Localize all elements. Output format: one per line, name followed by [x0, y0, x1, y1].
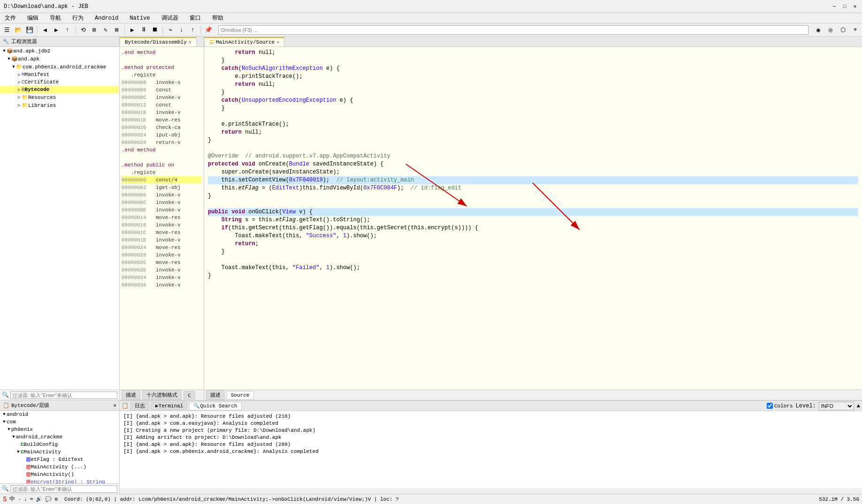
class-tree[interactable]: ▼ android ▼ com ▼ ph0en1x ▼ android_cra [0, 411, 119, 483]
sougou-btn-2[interactable]: ↓ [24, 496, 27, 502]
tb-fwd[interactable]: ▶ [51, 25, 61, 35]
tree-item-apk[interactable]: ▼ 📦 and.apk [0, 55, 119, 63]
console-line: [I] {and.apk > com.ph0en1x.android_crack… [123, 448, 858, 455]
menu-navigate[interactable]: 导航 [47, 13, 64, 23]
tb-btn-3[interactable]: 💾 [24, 25, 35, 35]
omnibox-input[interactable] [218, 25, 809, 35]
nav-btn-2[interactable]: ◎ [825, 25, 836, 35]
expand-arrow[interactable]: ▷ [17, 80, 22, 85]
tb-btn-1[interactable]: ☰ [2, 25, 12, 35]
scroll-up-icon[interactable]: ▲ [857, 403, 860, 409]
sougou-btn-4[interactable]: 🔊 [36, 496, 42, 502]
tb-pause[interactable]: ⏸ [138, 25, 149, 35]
class-item-mainactivity-ctor[interactable]: ▷ M MainActivity (...) [0, 463, 119, 471]
tb-stop[interactable]: ⏹ [150, 25, 160, 35]
tb-btn-5[interactable]: ⊞ [89, 25, 99, 35]
tb-btn-7[interactable]: ⊠ [112, 25, 122, 35]
expand-arrow[interactable]: ▼ [7, 57, 11, 61]
class-item-mainactivity-void[interactable]: ▷ M MainActivity() [0, 471, 119, 478]
tb-btn-4[interactable]: ⟲ [78, 25, 88, 35]
console-quicksearch-tab[interactable]: 🔍 Quick Search [189, 402, 241, 410]
menu-file[interactable]: 文件 [2, 13, 19, 23]
tree-item-cert[interactable]: ▷ C Certificate [0, 78, 119, 86]
sougou-btn-5[interactable]: 💬 [45, 496, 52, 502]
tb-step-in[interactable]: ↓ [176, 25, 187, 35]
expand-arrow[interactable]: ▷ [17, 103, 22, 108]
tb-step-out[interactable]: ↑ [188, 25, 198, 35]
class-item-ph0en1x[interactable]: ▼ ph0en1x [0, 426, 119, 433]
menu-help[interactable]: 帮助 [209, 13, 226, 23]
source-desc-tab[interactable]: 描述 [206, 390, 225, 400]
close-button[interactable]: ✕ [852, 3, 858, 10]
expand-arrow[interactable]: ▷ [17, 95, 22, 100]
tb-btn-6[interactable]: ✎ [100, 25, 111, 35]
bytecode-desc-tab[interactable]: 描述 [122, 390, 140, 400]
nav-btn-1[interactable]: ◉ [813, 25, 824, 35]
source-area: ☰ MainActivity/Source ✕ return null; } c… [204, 37, 862, 400]
class-item-label: etFlag : EditText [31, 457, 83, 462]
class-item-label: MainActivity [24, 449, 61, 455]
class-filter-input[interactable] [10, 485, 117, 493]
console-terminal-tab[interactable]: ▶ Terminal [151, 402, 187, 410]
tree-item-resources[interactable]: ▷ 📁 Resources [0, 93, 119, 101]
class-item-etflag[interactable]: ▷ F etFlag : EditText [0, 456, 119, 463]
menu-edit[interactable]: 编辑 [24, 13, 41, 23]
tree-label: and.apk.jdb2 [13, 48, 50, 54]
sougou-btn-1[interactable]: · [18, 496, 21, 502]
tree-icon: 📦 [11, 56, 18, 62]
tree-item-libraries[interactable]: ▷ 📁 Libraries [0, 101, 119, 109]
class-item-buildconfig[interactable]: ▷ C BuildConfig [0, 441, 119, 448]
expand-arrow[interactable]: ▷ [17, 72, 22, 77]
tb-step-over[interactable]: ↷ [165, 25, 175, 35]
expand-arrow[interactable]: ▷ [17, 87, 22, 92]
nav-btn-4[interactable]: ⌖ [850, 25, 860, 35]
console-content[interactable]: [I] {and.apk > and.apk}: Resource files … [120, 411, 862, 488]
tb-pin[interactable]: 📌 [203, 25, 214, 35]
class-item-android[interactable]: ▼ android [0, 411, 119, 418]
source-source-tab[interactable]: Source [227, 391, 254, 399]
expand-arrow[interactable]: ▼ [11, 65, 16, 69]
tree-item-package[interactable]: ▼ 📁 com.ph0en1x.android_crackme [0, 63, 119, 71]
class-item-com[interactable]: ▼ com [0, 418, 119, 426]
tb-up[interactable]: ↑ [62, 25, 73, 35]
tree-item-manifest[interactable]: ▷ M Manifest [0, 71, 119, 78]
file-tree[interactable]: ▼ 📦 and.apk.jdb2 ▼ 📦 and.apk ▼ 📁 com.ph0… [0, 47, 119, 390]
toolbar: ☰ 📂 💾 ◀ ▶ ↑ ⟲ ⊞ ✎ ⊠ ▶ ⏸ ⏹ ↷ ↓ ↑ 📌 ◉ ◎ ⬡ … [0, 23, 862, 37]
class-item-encrypt[interactable]: ▷ M encrypt(String) : String [0, 478, 119, 483]
class-item-mainactivity[interactable]: ▼ C MainActivity [0, 448, 119, 456]
class-M-icon: M [26, 465, 31, 469]
source-close-icon[interactable]: ✕ [276, 39, 279, 45]
tb-back[interactable]: ◀ [40, 25, 50, 35]
minimize-button[interactable]: ─ [831, 3, 838, 10]
tree-item-bytecode[interactable]: ▷ B Bytecode [0, 86, 119, 93]
bytecode-special-tab[interactable]: ς [183, 391, 195, 399]
source-tab[interactable]: ☰ MainActivity/Source ✕ [204, 37, 284, 46]
sougou-btn-6[interactable]: ⚙ [54, 496, 58, 502]
src-line: } [208, 192, 858, 200]
menu-debugger[interactable]: 调试器 [159, 13, 181, 23]
memory-label: 532.1M / 3.5G [819, 496, 859, 502]
bytecode-close-icon[interactable]: ✕ [189, 39, 191, 45]
tb-btn-2[interactable]: 📂 [13, 25, 23, 35]
tb-run[interactable]: ▶ [127, 25, 137, 35]
bytecode-tab[interactable]: Bytecode/Disassembly ✕ [120, 37, 197, 46]
level-select[interactable]: INFO DEBUG WARNING ERROR [819, 402, 854, 410]
menu-native[interactable]: Native [127, 14, 153, 23]
tree-item-apk-jdb2[interactable]: ▼ 📦 and.apk.jdb2 [0, 47, 119, 55]
menu-action[interactable]: 行为 [69, 13, 86, 23]
class-item-crackme[interactable]: ▼ android_crackme [0, 433, 119, 441]
menu-bar: 文件 编辑 导航 行为 Android Native 调试器 窗口 帮助 [0, 13, 862, 23]
maximize-button[interactable]: □ [841, 3, 848, 10]
bytecode-content[interactable]: .end method .method protected .registe 0… [120, 47, 204, 390]
sougou-btn-3[interactable]: ⌨ [30, 496, 33, 502]
close-class-icon[interactable]: ✕ [113, 402, 116, 408]
expand-arrow[interactable]: ▼ [2, 49, 7, 53]
explorer-filter-input[interactable] [10, 391, 117, 399]
menu-android[interactable]: Android [92, 14, 121, 23]
bytecode-hex-tab[interactable]: 十六进制格式 [142, 390, 182, 400]
nav-btn-3[interactable]: ⬡ [838, 25, 848, 35]
console-log-tab[interactable]: 日志 [130, 402, 149, 410]
menu-window[interactable]: 窗口 [187, 13, 204, 23]
colors-checkbox[interactable] [767, 403, 773, 409]
source-panel[interactable]: return null; } catch(NoSuchAlgorithmExce… [204, 47, 862, 390]
